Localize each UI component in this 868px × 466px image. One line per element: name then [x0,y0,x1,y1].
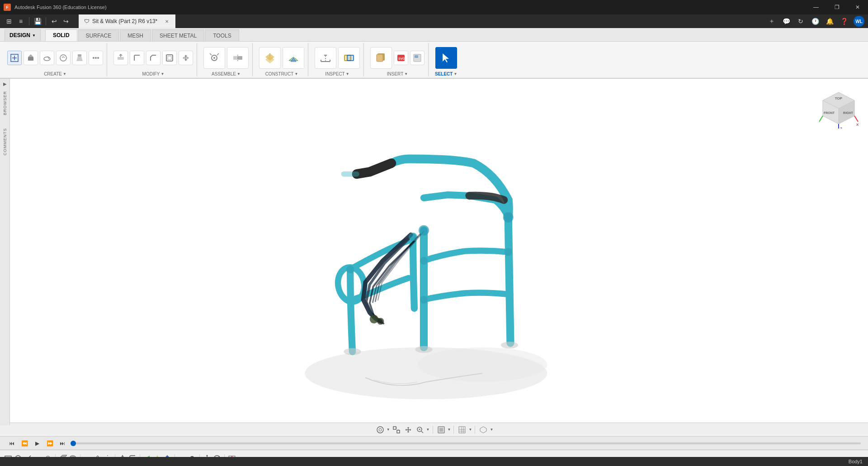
hamburger-menu-icon[interactable]: ≡ [15,16,26,27]
svg-line-18 [217,53,219,55]
as-built-joint-icon[interactable] [227,47,249,69]
browser-expand-icon[interactable]: ▶ [1,79,9,89]
insert-svg-icon[interactable]: SVG [394,51,408,65]
modify-label: MODIFY [142,71,160,76]
grid-dropdown-icon[interactable]: ▼ [468,428,472,432]
browser-label[interactable]: BROWSER [1,89,9,117]
measure-icon[interactable] [315,47,336,69]
maximize-button[interactable]: ❐ [826,0,847,14]
svg-point-50 [503,212,514,223]
svg-point-5 [44,57,50,61]
pan-icon[interactable] [403,424,414,435]
notification-icon[interactable]: 🔔 [823,14,836,28]
first-frame-button[interactable]: ⏮ [7,439,16,448]
view-cube-icon[interactable] [478,424,489,435]
svg-text:X: X [856,123,859,127]
svg-text:SVG: SVG [398,57,405,60]
svg-rect-79 [459,427,465,433]
move-icon[interactable] [179,51,193,65]
chamfer-icon[interactable] [146,51,160,65]
tab-surface[interactable]: SURFACE [78,29,119,41]
clock-icon[interactable]: 🕐 [808,14,822,28]
insert-canvas-icon[interactable] [410,51,425,65]
redo-icon[interactable]: ↪ [61,16,71,27]
insert-dropdown-icon[interactable]: ▼ [404,72,408,76]
svg-rect-32 [347,55,354,61]
user-avatar[interactable]: WL [854,16,864,27]
close-window-button[interactable]: ✕ [847,0,868,14]
body-status: Body1 [849,459,863,464]
select-dropdown-icon[interactable]: ▼ [453,72,457,76]
axis-icon[interactable] [283,47,304,69]
view-cube-dropdown-icon[interactable]: ▼ [490,428,493,432]
display-dropdown-icon[interactable]: ▼ [448,428,451,432]
fit-screen-icon[interactable] [391,424,402,435]
more-create-icon[interactable] [89,51,103,65]
svg-rect-69 [393,427,396,429]
comments-label[interactable]: COMMENTS [1,126,9,157]
tab-tools[interactable]: TOOLS [205,29,239,41]
interference-icon[interactable] [338,47,360,69]
play-button[interactable]: ▶ [33,439,42,448]
display-mode-icon[interactable] [436,424,447,435]
insert-derive-icon[interactable] [370,47,392,69]
assemble-group: ASSEMBLE ▼ [200,43,253,76]
apps-icon[interactable]: ⊞ [4,16,14,27]
shell-icon[interactable] [162,51,177,65]
prev-frame-button[interactable]: ⏪ [20,439,29,448]
revolve-icon[interactable] [40,51,54,65]
joint-icon[interactable] [203,47,225,69]
svg-point-16 [213,57,215,59]
select-icon[interactable] [435,47,457,69]
construct-dropdown-icon[interactable]: ▼ [294,72,298,76]
app-icon: F [4,4,11,11]
next-frame-button[interactable]: ⏩ [45,439,54,448]
tab-sheet-metal[interactable]: SHEET METAL [152,29,204,41]
close-tab-icon[interactable]: ✕ [164,18,170,24]
view-dropdown-icon[interactable]: ▼ [387,428,390,432]
timeline-thumb[interactable] [71,441,76,446]
fillet-icon[interactable] [130,51,144,65]
svg-point-46 [415,346,432,353]
svg-line-64 [819,116,823,122]
loft-icon[interactable] [72,51,87,65]
save-icon[interactable]: 💾 [32,16,43,27]
grid-icon[interactable] [457,424,467,435]
assemble-dropdown-icon[interactable]: ▼ [237,72,241,76]
svg-point-41 [417,347,547,382]
svg-point-43 [370,315,378,323]
timeline-track[interactable] [71,442,861,444]
svg-rect-7 [78,54,81,57]
extrude-icon[interactable] [24,51,38,65]
doc-tab[interactable]: 🛡 Sit & Walk (Part 2) R6 v13* ✕ [79,14,175,28]
last-frame-button[interactable]: ⏭ [58,439,67,448]
inspect-dropdown-icon[interactable]: ▼ [346,72,349,76]
axis-cube[interactable]: TOP FRONT RIGHT Z X [818,88,859,128]
tab-solid[interactable]: SOLID [45,29,77,41]
zoom-dropdown-icon[interactable]: ▼ [426,428,430,432]
help-icon[interactable]: ❓ [837,14,851,28]
design-button[interactable]: DESIGN ▼ [5,29,41,41]
chat-icon[interactable]: 💬 [779,14,793,28]
offset-plane-icon[interactable] [259,47,281,69]
zoom-icon[interactable] [415,424,425,435]
create-dropdown-icon[interactable]: ▼ [63,72,66,76]
svg-line-17 [210,53,212,55]
minimize-button[interactable]: — [806,0,826,14]
new-component-icon[interactable] [7,51,22,65]
tab-mesh[interactable]: MESH [120,29,151,41]
svg-marker-8 [76,57,83,61]
svg-point-48 [419,225,429,236]
sync-icon[interactable]: ↻ [794,14,807,28]
svg-rect-13 [166,55,173,61]
undo-icon[interactable]: ↩ [49,16,60,27]
modify-dropdown-icon[interactable]: ▼ [160,72,164,76]
doc-title: Sit & Walk (Part 2) R6 v13* [92,18,157,24]
press-pull-icon[interactable] [113,51,128,65]
svg-point-53 [505,248,512,256]
svg-marker-39 [443,53,449,62]
add-tab-icon[interactable]: ＋ [765,14,778,28]
home-view-icon[interactable] [375,424,386,435]
insert-group: SVG INSERT ▼ [367,43,429,76]
sweep-icon[interactable] [56,51,71,65]
